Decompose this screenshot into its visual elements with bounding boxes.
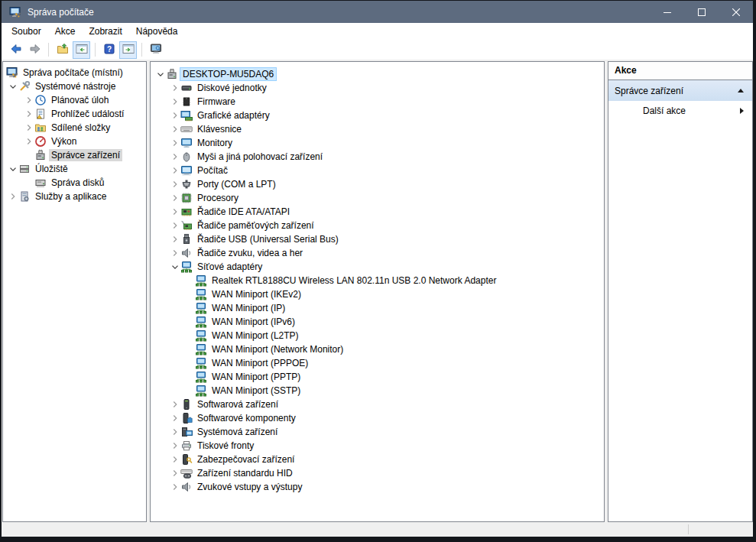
close-button[interactable] <box>719 1 753 23</box>
tree-item-label[interactable]: Tiskové fronty <box>195 440 256 452</box>
tree-item[interactable]: Správa počítače (místní) <box>3 66 146 80</box>
show-action-pane-button[interactable] <box>119 41 137 59</box>
maximize-button[interactable] <box>684 1 719 23</box>
tree-item[interactable]: Zařízení standardu HID <box>151 466 604 480</box>
chevron-expanded-icon[interactable] <box>8 80 18 92</box>
tree-item[interactable]: Softwarové komponenty <box>151 411 604 425</box>
chevron-collapsed-icon[interactable] <box>170 82 180 94</box>
tree-item[interactable]: WAN Miniport (SSTP) <box>151 384 604 398</box>
chevron-collapsed-icon[interactable] <box>170 453 180 466</box>
tree-item[interactable]: Správa disků <box>3 176 146 190</box>
tree-item[interactable]: Softwarová zařízení <box>151 398 604 411</box>
tree-item-label[interactable]: Systémové nástroje <box>33 80 118 92</box>
tree-item-label[interactable]: Porty (COM a LPT) <box>195 178 278 190</box>
chevron-collapsed-icon[interactable] <box>170 123 180 135</box>
tree-item-label[interactable]: Řadiče IDE ATA/ATAPI <box>195 206 292 218</box>
tree-item-label[interactable]: Prohlížeč událostí <box>49 108 126 120</box>
chevron-collapsed-icon[interactable] <box>170 206 180 218</box>
tree-item[interactable]: Systémové nástroje <box>3 80 146 93</box>
tree-item[interactable]: Procesory <box>151 191 604 205</box>
tree-item-label[interactable]: Výkon <box>49 135 79 148</box>
tree-item[interactable]: Firmware <box>151 95 604 109</box>
chevron-expanded-icon[interactable] <box>8 163 18 175</box>
show-console-tree-button[interactable] <box>73 41 90 59</box>
tree-item[interactable]: WAN Miniport (PPTP) <box>151 370 604 384</box>
tree-item[interactable]: Plánovač úloh <box>3 93 146 107</box>
tree-item-label[interactable]: Správa disků <box>49 177 106 189</box>
tree-item-label[interactable]: WAN Miniport (IPv6) <box>209 316 297 328</box>
tree-item-label[interactable]: WAN Miniport (Network Monitor) <box>209 343 346 355</box>
chevron-expanded-icon[interactable] <box>170 261 180 273</box>
chevron-collapsed-icon[interactable] <box>170 467 180 479</box>
tree-item-label[interactable]: Procesory <box>195 192 241 204</box>
chevron-collapsed-icon[interactable] <box>170 233 180 245</box>
tree-item[interactable]: WAN Miniport (L2TP) <box>151 329 604 342</box>
tree-item-label[interactable]: Úložiště <box>33 163 70 175</box>
tree-item-label[interactable]: Klávesnice <box>195 123 244 135</box>
tree-item[interactable]: Grafické adaptéry <box>151 109 604 122</box>
tree-item-label[interactable]: Softwarová zařízení <box>195 398 281 411</box>
help-button[interactable]: ? <box>100 41 118 59</box>
tree-item[interactable]: Porty (COM a LPT) <box>151 177 604 191</box>
tree-item[interactable]: WAN Miniport (PPPOE) <box>151 356 604 370</box>
tree-item[interactable]: Počítač <box>151 164 604 177</box>
tree-item-label[interactable]: Zvukové vstupy a výstupy <box>195 481 304 493</box>
tree-item[interactable]: Monitory <box>151 136 604 150</box>
tree-item-label[interactable]: WAN Miniport (PPPOE) <box>209 357 310 369</box>
tree-item[interactable]: WAN Miniport (IPv6) <box>151 315 604 329</box>
tree-item-label[interactable]: Počítač <box>195 164 230 177</box>
tree-item-label[interactable]: Realtek RTL8188CU Wireless LAN 802.11n U… <box>209 274 498 287</box>
tree-item[interactable]: Klávesnice <box>151 122 604 136</box>
chevron-collapsed-icon[interactable] <box>24 135 34 148</box>
tree-item[interactable]: Výkon <box>3 135 146 148</box>
chevron-collapsed-icon[interactable] <box>170 164 180 177</box>
tree-item[interactable]: Diskové jednotky <box>151 81 604 95</box>
tree-item-label[interactable]: Řadiče zvuku, videa a her <box>195 247 305 259</box>
tree-item[interactable]: Řadiče paměťových zařízení <box>151 219 604 232</box>
chevron-collapsed-icon[interactable] <box>170 178 180 190</box>
tree-item[interactable]: Realtek RTL8188CU Wireless LAN 802.11n U… <box>151 274 604 287</box>
tree-item[interactable]: Prohlížeč událostí <box>3 107 146 121</box>
back-button[interactable] <box>7 41 24 59</box>
tree-item-label[interactable]: WAN Miniport (SSTP) <box>209 385 303 397</box>
tree-item[interactable]: Úložiště <box>3 162 146 176</box>
chevron-collapsed-icon[interactable] <box>170 151 180 163</box>
console-window-button[interactable] <box>147 41 164 59</box>
menu-item[interactable]: Zobrazit <box>82 24 128 39</box>
chevron-collapsed-icon[interactable] <box>170 96 180 108</box>
forward-button[interactable] <box>26 41 44 59</box>
tree-item[interactable]: Zvukové vstupy a výstupy <box>151 480 604 494</box>
tree-item-label[interactable]: Softwarové komponenty <box>195 412 298 424</box>
tree-item[interactable]: Tiskové fronty <box>151 439 604 453</box>
chevron-collapsed-icon[interactable] <box>170 109 180 122</box>
tree-item-label[interactable]: Myši a jiná polohovací zařízení <box>195 151 325 163</box>
chevron-collapsed-icon[interactable] <box>170 481 180 493</box>
tree-item[interactable]: Sdílené složky <box>3 121 146 135</box>
chevron-collapsed-icon[interactable] <box>170 137 180 149</box>
tree-item-label[interactable]: Firmware <box>195 96 238 108</box>
tree-item[interactable]: Myši a jiná polohovací zařízení <box>151 150 604 164</box>
chevron-collapsed-icon[interactable] <box>24 94 34 106</box>
menu-item[interactable]: Nápověda <box>129 24 185 39</box>
tree-item-label[interactable]: Řadiče USB (Universal Serial Bus) <box>195 233 341 245</box>
tree-item-label[interactable]: Správce zařízení <box>49 149 122 161</box>
chevron-collapsed-icon[interactable] <box>170 219 180 232</box>
tree-item[interactable]: Řadiče IDE ATA/ATAPI <box>151 205 604 219</box>
tree-item[interactable]: WAN Miniport (IKEv2) <box>151 287 604 301</box>
tree-item-label[interactable]: Služby a aplikace <box>33 190 109 203</box>
tree-item[interactable]: Služby a aplikace <box>3 190 146 203</box>
chevron-collapsed-icon[interactable] <box>8 190 18 203</box>
chevron-collapsed-icon[interactable] <box>170 412 180 424</box>
tree-item[interactable]: DESKTOP-MU5DAQ6 <box>151 67 604 81</box>
tree-item-label[interactable]: Zabezpečovací zařízení <box>195 453 297 466</box>
chevron-expanded-icon[interactable] <box>155 68 166 80</box>
minimize-button[interactable] <box>650 1 684 23</box>
tree-item[interactable]: Zabezpečovací zařízení <box>151 453 604 466</box>
tree-item-label[interactable]: WAN Miniport (IP) <box>209 302 287 314</box>
tree-item-label[interactable]: DESKTOP-MU5DAQ6 <box>180 68 276 80</box>
tree-item-label[interactable]: Diskové jednotky <box>195 82 269 94</box>
chevron-collapsed-icon[interactable] <box>170 247 180 259</box>
title-bar[interactable]: Správa počítače <box>2 1 753 23</box>
chevron-collapsed-icon[interactable] <box>170 192 180 204</box>
tree-item-label[interactable]: WAN Miniport (IKEv2) <box>209 288 303 300</box>
